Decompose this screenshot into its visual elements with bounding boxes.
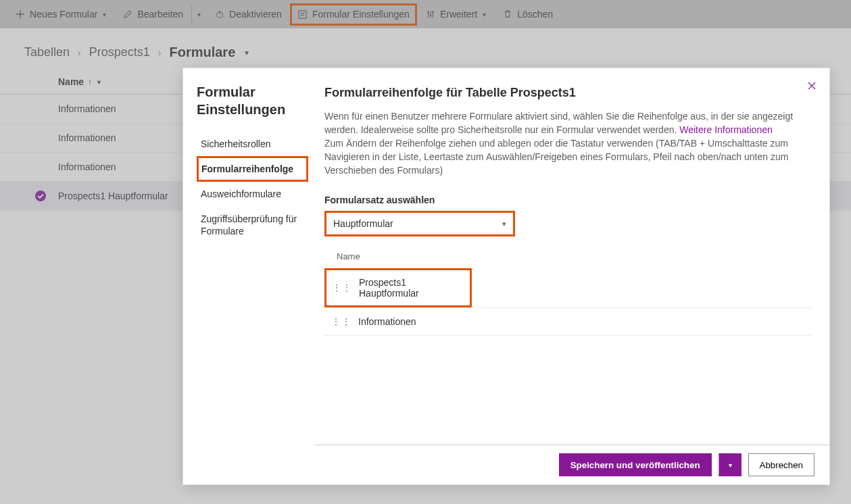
dialog-close-button[interactable] [806, 80, 817, 91]
nav-form-order[interactable]: Formularreihenfolge [197, 156, 308, 182]
nav-access-check[interactable]: Zugriffsüberprüfung für Formulare [197, 206, 308, 244]
form-settings-dialog: Formular Einstellungen Sicherheitsrollen… [183, 68, 830, 485]
dialog-description: Wenn für einen Benutzer mehrere Formular… [324, 109, 812, 177]
close-icon [806, 80, 817, 91]
form-set-select[interactable]: Hauptformular ▾ [324, 211, 515, 236]
dialog-nav-title: Formular Einstellungen [197, 83, 308, 118]
list-header-name: Name [324, 236, 812, 268]
learn-more-link[interactable]: Weitere Informationen [679, 124, 772, 135]
form-order-row-name: Informationen [358, 316, 416, 327]
save-publish-button[interactable]: Speichern und veröffentlichen [559, 453, 712, 476]
dialog-nav: Formular Einstellungen Sicherheitsrollen… [183, 68, 315, 484]
chevron-down-icon: ▾ [729, 461, 732, 469]
drag-handle-icon[interactable]: ⋮⋮ [331, 316, 351, 327]
form-order-row[interactable]: ⋮⋮ Informationen [324, 307, 811, 336]
cancel-button[interactable]: Abbrechen [748, 453, 814, 476]
form-set-value: Hauptformular [333, 218, 393, 229]
drag-handle-icon[interactable]: ⋮⋮ [332, 282, 352, 293]
form-order-row[interactable]: ⋮⋮ Prospects1 Hauptformular [324, 268, 472, 307]
nav-fallback-forms[interactable]: Ausweichformulare [197, 182, 308, 206]
chevron-down-icon: ▾ [502, 220, 506, 228]
dialog-footer: Speichern und veröffentlichen ▾ Abbreche… [315, 445, 829, 484]
dialog-main: Formularreihenfolge für Tabelle Prospect… [315, 68, 829, 484]
form-order-row-name: Prospects1 Hauptformular [359, 277, 464, 299]
form-set-label: Formularsatz auswählen [324, 195, 812, 205]
save-publish-split-button[interactable]: ▾ [719, 453, 741, 476]
dialog-body: Formularreihenfolge für Tabelle Prospect… [315, 68, 829, 445]
dialog-heading: Formularreihenfolge für Tabelle Prospect… [324, 86, 812, 100]
nav-security-roles[interactable]: Sicherheitsrollen [197, 132, 308, 156]
dialog-desc-2: Zum Ändern der Reihenfolge ziehen und ab… [324, 138, 788, 176]
